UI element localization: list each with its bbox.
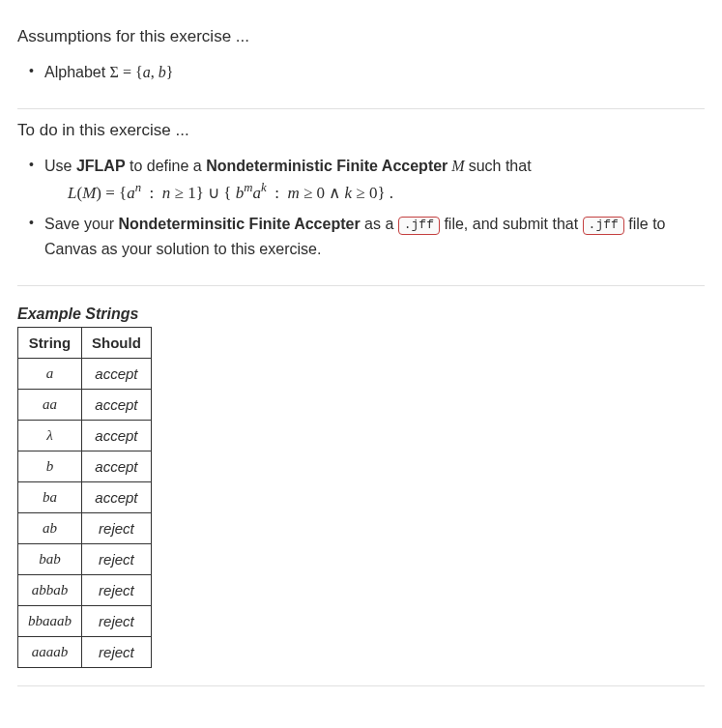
assumptions-list: Alphabet Σ = {a, b} [17,60,705,85]
todo-title: To do in this exercise ... [17,121,705,140]
todo1-post: such that [469,158,532,174]
string-cell: bab [18,543,82,574]
table-row: aaaccept [18,389,152,420]
language-expression: L(M) = {an : n ≥ 1} ∪ { bmak : m ≥ 0 ∧ k… [68,180,705,206]
todo2-mid2: file, and submit that [440,216,583,232]
examples-table: String Should aacceptaaacceptλacceptbacc… [17,327,152,668]
jflap-label: JFLAP [76,158,126,174]
string-cell: bbaaab [18,605,82,636]
alphabet-expression: Σ = {a, b} [110,64,174,80]
table-header-row: String Should [18,327,152,358]
examples-section: Example Strings String Should aacceptaaa… [17,286,705,686]
string-cell: aa [18,389,82,420]
table-row: aaccept [18,358,152,389]
todo-item-2: Save your Nondeterminsitic Finite Accept… [21,212,705,261]
result-cell: reject [82,574,152,605]
table-row: baaccept [18,481,152,512]
todo-section: To do in this exercise ... Use JFLAP to … [17,109,705,286]
result-cell: accept [82,389,152,420]
jff-extension-pill-2: .jff [583,217,624,235]
table-row: baccept [18,451,152,481]
todo-item-1: Use JFLAP to define a Nondeterministic F… [21,154,705,207]
string-cell: abbab [18,574,82,605]
todo-list: Use JFLAP to define a Nondeterministic F… [17,154,705,262]
result-cell: reject [82,636,152,667]
result-cell: accept [82,451,152,481]
result-cell: accept [82,358,152,389]
string-cell: aaaab [18,636,82,667]
string-cell: λ [18,420,82,451]
jff-extension-pill: .jff [398,217,440,235]
nfa-label: Nondeterministic Finite Accepter [206,158,448,174]
todo1-pre: Use [44,158,76,174]
machine-M: M [448,158,468,174]
result-cell: reject [82,543,152,574]
string-cell: b [18,451,82,481]
result-cell: accept [82,481,152,512]
alphabet-item: Alphabet Σ = {a, b} [21,60,705,85]
string-cell: ba [18,481,82,512]
string-cell: ab [18,512,82,543]
result-cell: accept [82,420,152,451]
nfa-label-2: Nondeterminsitic Finite Accepter [118,216,360,232]
result-cell: reject [82,512,152,543]
assumptions-title: Assumptions for this exercise ... [17,27,705,46]
table-row: λaccept [18,420,152,451]
alphabet-prefix: Alphabet [44,64,110,80]
todo2-pre: Save your [44,216,118,232]
examples-caption: Example Strings [17,306,705,323]
todo2-mid1: as a [361,216,398,232]
table-row: abbabreject [18,574,152,605]
table-row: bbaaabreject [18,605,152,636]
col-should-header: Should [82,327,152,358]
table-row: babreject [18,543,152,574]
assumptions-section: Assumptions for this exercise ... Alphab… [17,15,705,109]
table-row: abreject [18,512,152,543]
result-cell: reject [82,605,152,636]
table-row: aaaabreject [18,636,152,667]
todo1-mid: to define a [126,158,207,174]
string-cell: a [18,358,82,389]
col-string-header: String [18,327,82,358]
